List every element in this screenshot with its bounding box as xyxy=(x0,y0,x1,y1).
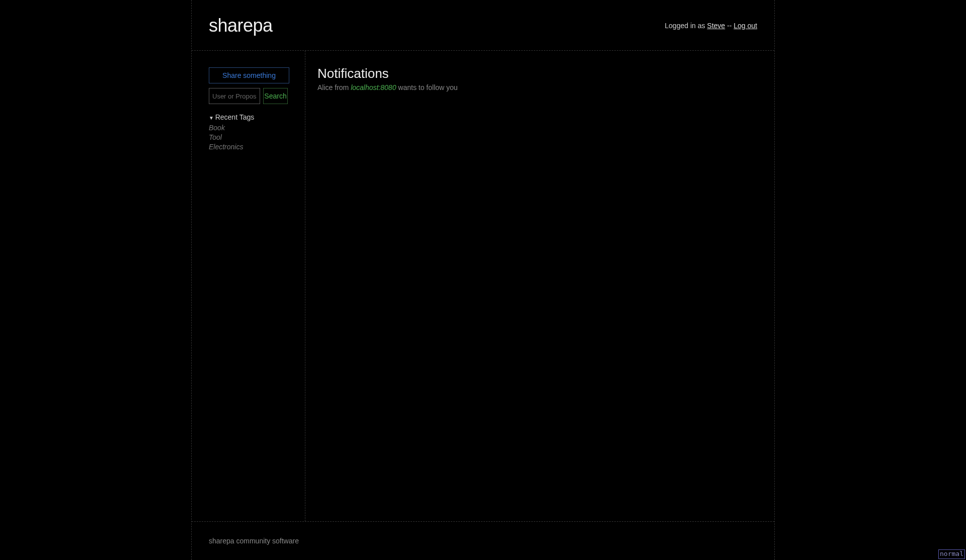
body-region: Share something Search Recent Tags Book … xyxy=(192,51,774,521)
username-link[interactable]: Steve xyxy=(707,22,725,30)
search-input[interactable] xyxy=(209,88,260,104)
tag-item[interactable]: Tool xyxy=(209,133,288,142)
page-title: Notifications xyxy=(317,66,762,81)
footer: sharepa community software xyxy=(192,521,774,560)
recent-tags-header[interactable]: Recent Tags xyxy=(209,113,288,121)
tag-item[interactable]: Book xyxy=(209,123,288,133)
main-content: Notifications Alice from localhost:8080 … xyxy=(305,51,774,521)
logout-link[interactable]: Log out xyxy=(734,22,757,30)
header: sharepa Logged in as Steve -- Log out xyxy=(192,0,774,51)
logo[interactable]: sharepa xyxy=(209,15,273,36)
search-button[interactable]: Search xyxy=(263,88,288,104)
tag-item[interactable]: Electronics xyxy=(209,142,288,152)
sidebar: Share something Search Recent Tags Book … xyxy=(192,51,305,521)
notification-user: Alice xyxy=(317,83,333,91)
share-something-button[interactable]: Share something xyxy=(209,67,289,83)
notification-item[interactable]: Alice from localhost:8080 wants to follo… xyxy=(317,83,762,91)
notification-host: localhost:8080 xyxy=(351,83,396,91)
app-frame: sharepa Logged in as Steve -- Log out Sh… xyxy=(191,0,775,560)
search-row: Search xyxy=(209,88,288,104)
footer-text: sharepa community software xyxy=(209,537,757,545)
notification-from-word: from xyxy=(333,83,351,91)
mode-badge: normal xyxy=(938,549,965,559)
user-separator: -- xyxy=(725,22,734,30)
logged-in-prefix: Logged in as xyxy=(665,22,707,30)
user-info: Logged in as Steve -- Log out xyxy=(665,22,757,30)
notification-tail: wants to follow you xyxy=(396,83,457,91)
